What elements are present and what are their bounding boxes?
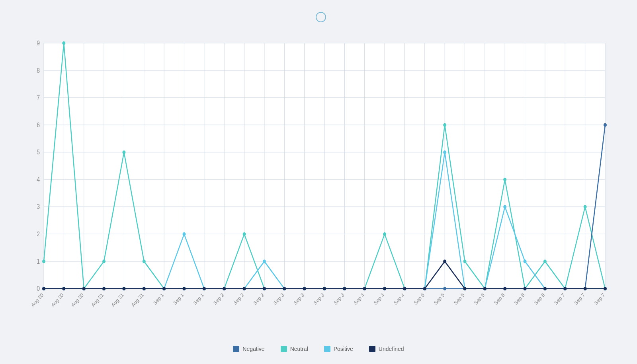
svg-text:Sep 4: Sep 4: [373, 292, 385, 306]
legend-swatch-neutral: [281, 346, 287, 352]
svg-text:Sep 7: Sep 7: [593, 292, 606, 306]
svg-point-181: [343, 287, 346, 290]
svg-text:Sep 4: Sep 4: [353, 292, 365, 306]
legend-item-undefined: Undefined: [369, 346, 404, 352]
svg-text:3: 3: [37, 204, 40, 210]
svg-point-80: [62, 41, 65, 45]
chart-area: 0123456789Aug 30Aug 30Aug 30Aug 31Aug 31…: [24, 34, 613, 338]
svg-text:Sep 3: Sep 3: [313, 292, 325, 306]
svg-text:Sep 5: Sep 5: [453, 292, 465, 306]
svg-point-180: [323, 287, 326, 290]
svg-text:2: 2: [37, 231, 40, 237]
svg-text:8: 8: [37, 67, 40, 74]
svg-point-171: [143, 287, 146, 290]
svg-text:Sep 5: Sep 5: [433, 292, 446, 306]
svg-text:5: 5: [37, 149, 40, 156]
svg-point-178: [283, 287, 286, 290]
svg-point-184: [403, 287, 406, 290]
svg-point-187: [463, 287, 467, 290]
svg-text:Sep 6: Sep 6: [493, 292, 506, 306]
svg-point-106: [584, 205, 587, 208]
legend-label-negative: Negative: [242, 346, 264, 352]
svg-text:Sep 3: Sep 3: [292, 292, 305, 306]
legend-label-undefined: Undefined: [379, 346, 404, 352]
chart-svg: 0123456789Aug 30Aug 30Aug 30Aug 31Aug 31…: [24, 34, 613, 338]
svg-point-157: [443, 287, 446, 290]
legend: Negative Neutral Positive Undefined: [24, 346, 613, 356]
svg-point-190: [524, 287, 527, 290]
svg-point-84: [143, 260, 146, 263]
svg-text:Sep 2: Sep 2: [252, 292, 265, 306]
svg-point-99: [443, 123, 446, 127]
svg-point-89: [243, 232, 246, 236]
svg-point-192: [563, 287, 567, 290]
svg-point-185: [423, 287, 426, 290]
svg-text:Aug 30: Aug 30: [30, 292, 45, 308]
svg-text:Sep 5: Sep 5: [413, 292, 426, 306]
svg-point-170: [122, 287, 125, 290]
svg-point-115: [183, 232, 186, 236]
legend-swatch-positive: [324, 346, 330, 352]
svg-text:Aug 31: Aug 31: [130, 292, 145, 308]
svg-text:Sep 7: Sep 7: [573, 292, 586, 306]
legend-label-positive: Positive: [334, 346, 353, 352]
svg-text:Sep 2: Sep 2: [232, 292, 245, 306]
legend-swatch-negative: [233, 346, 239, 352]
svg-point-182: [363, 287, 366, 290]
svg-text:0: 0: [37, 285, 40, 292]
svg-point-100: [463, 260, 467, 263]
chart-container: 0123456789Aug 30Aug 30Aug 30Aug 31Aug 31…: [24, 34, 613, 356]
svg-text:Sep 3: Sep 3: [272, 292, 285, 306]
svg-text:6: 6: [37, 122, 40, 128]
svg-point-177: [263, 287, 266, 290]
svg-point-96: [383, 232, 386, 236]
svg-point-128: [443, 150, 446, 154]
svg-point-104: [543, 260, 547, 263]
svg-text:Sep 1: Sep 1: [172, 292, 185, 306]
svg-point-189: [503, 287, 506, 290]
svg-text:9: 9: [37, 40, 40, 47]
svg-point-102: [503, 178, 506, 181]
svg-text:1: 1: [37, 258, 40, 265]
svg-text:7: 7: [37, 94, 40, 101]
svg-point-186: [443, 260, 446, 263]
svg-point-174: [203, 287, 206, 290]
svg-point-194: [604, 287, 607, 290]
svg-point-119: [263, 260, 266, 263]
svg-point-176: [243, 287, 246, 290]
svg-point-169: [102, 287, 106, 290]
legend-item-neutral: Neutral: [281, 346, 308, 352]
svg-text:Sep 6: Sep 6: [533, 292, 546, 306]
svg-point-165: [604, 123, 607, 127]
svg-text:Sep 7: Sep 7: [553, 292, 566, 306]
svg-point-166: [42, 287, 45, 290]
svg-text:Sep 4: Sep 4: [393, 292, 405, 306]
legend-item-positive: Positive: [324, 346, 353, 352]
svg-point-132: [524, 260, 527, 263]
svg-text:Sep 3: Sep 3: [332, 292, 345, 306]
svg-point-175: [223, 287, 226, 290]
svg-text:Sep 6: Sep 6: [513, 292, 526, 306]
svg-text:Aug 31: Aug 31: [90, 292, 105, 308]
svg-point-167: [62, 287, 65, 290]
svg-text:Sep 1: Sep 1: [152, 292, 165, 306]
svg-text:Sep 1: Sep 1: [192, 292, 205, 306]
svg-point-191: [543, 287, 547, 290]
svg-text:Aug 31: Aug 31: [110, 292, 125, 308]
svg-point-193: [584, 287, 587, 290]
svg-point-188: [483, 287, 487, 290]
legend-item-negative: Negative: [233, 346, 264, 352]
svg-text:Sep 2: Sep 2: [212, 292, 225, 306]
svg-text:Aug 30: Aug 30: [50, 292, 64, 308]
svg-text:Aug 30: Aug 30: [70, 292, 85, 308]
help-icon[interactable]: [316, 12, 326, 22]
legend-label-neutral: Neutral: [290, 346, 308, 352]
title-area: [311, 12, 326, 22]
svg-text:Sep 5: Sep 5: [473, 292, 486, 306]
svg-point-183: [383, 287, 386, 290]
legend-swatch-undefined: [369, 346, 375, 352]
svg-point-83: [122, 150, 125, 154]
svg-point-82: [102, 260, 106, 263]
svg-point-131: [503, 205, 506, 208]
svg-point-168: [82, 287, 86, 290]
